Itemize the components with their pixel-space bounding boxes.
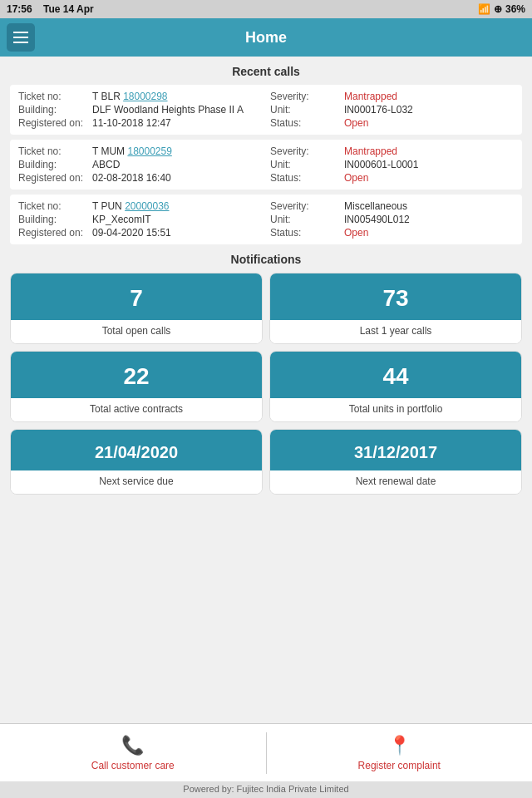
header: Home bbox=[0, 18, 532, 57]
unit-row-1: Unit: IN000176-L032 bbox=[270, 104, 514, 116]
ticket-no-value-2: T MUM 18000259 bbox=[92, 145, 172, 157]
powered-by: Powered by: Fujitec India Private Limite… bbox=[0, 781, 532, 798]
building-row-1: Building: DLF Woodland Heights Phase II … bbox=[18, 104, 262, 116]
page-title: Home bbox=[245, 29, 287, 47]
ticket-link-2[interactable]: 18000259 bbox=[127, 145, 171, 157]
notif-number-renewal: 31/12/2017 bbox=[270, 430, 521, 470]
notif-card-portfolio[interactable]: 44 Total units in portfolio bbox=[269, 351, 522, 422]
registered-value-2: 02-08-2018 16:40 bbox=[92, 172, 171, 184]
status-value-3: Open bbox=[344, 227, 368, 239]
ticket-no-row-1: Ticket no: T BLR 18000298 bbox=[18, 91, 262, 102]
complaint-label: Register complaint bbox=[358, 760, 441, 771]
notif-label-open-calls: Total open calls bbox=[11, 320, 262, 343]
severity-value-1: Mantrapped bbox=[344, 91, 397, 102]
call-customer-care-button[interactable]: 📞 Call customer care bbox=[0, 724, 266, 781]
status-time-date: 17:56 Tue 14 Apr bbox=[7, 3, 94, 15]
notif-number-portfolio: 44 bbox=[270, 352, 521, 398]
ticket-card-2: Ticket no: T MUM 18000259 Severity: Mant… bbox=[10, 140, 522, 190]
notif-number-open-calls: 7 bbox=[11, 273, 262, 320]
building-row-2: Building: ABCD bbox=[18, 159, 262, 170]
ticket-no-label-2: Ticket no: bbox=[18, 145, 89, 157]
wifi-icon: 📶 bbox=[478, 3, 490, 15]
notif-card-open-calls[interactable]: 7 Total open calls bbox=[10, 273, 263, 344]
main-content: Recent calls Ticket no: T BLR 18000298 S… bbox=[0, 57, 532, 740]
notif-label-portfolio: Total units in portfolio bbox=[270, 398, 521, 421]
ticket-link-1[interactable]: 18000298 bbox=[123, 91, 167, 102]
unit-label-2: Unit: bbox=[270, 159, 341, 170]
building-label-1: Building: bbox=[18, 104, 89, 116]
registered-label-1: Registered on: bbox=[18, 117, 89, 129]
pin-icon: 📍 bbox=[388, 735, 411, 756]
building-label-2: Building: bbox=[18, 159, 89, 170]
registered-row-2: Registered on: 02-08-2018 16:40 bbox=[18, 172, 262, 184]
status-value-2: Open bbox=[344, 172, 368, 184]
status-icons: 📶 ⊕ 36% bbox=[478, 3, 525, 15]
status-row-2: Status: Open bbox=[270, 172, 514, 184]
ticket-no-label-3: Ticket no: bbox=[18, 200, 89, 212]
notif-label-contracts: Total active contracts bbox=[11, 398, 262, 421]
building-value-1: DLF Woodland Heights Phase II A bbox=[92, 104, 244, 116]
severity-row-3: Severity: Miscellaneous bbox=[270, 200, 514, 212]
notif-number-year-calls: 73 bbox=[270, 273, 521, 320]
ticket-no-value-1: T BLR 18000298 bbox=[92, 91, 168, 102]
status-bar: 17:56 Tue 14 Apr 📶 ⊕ 36% bbox=[0, 0, 532, 18]
severity-row-1: Severity: Mantrapped bbox=[270, 91, 514, 102]
status-label-1: Status: bbox=[270, 117, 341, 129]
notif-card-renewal[interactable]: 31/12/2017 Next renewal date bbox=[269, 429, 522, 495]
unit-row-3: Unit: IN005490L012 bbox=[270, 214, 514, 225]
notifications-section: Notifications 7 Total open calls 73 Last… bbox=[10, 253, 522, 495]
ticket-no-value-3: T PUN 20000036 bbox=[92, 200, 170, 212]
notif-label-year-calls: Last 1 year calls bbox=[270, 320, 521, 343]
status-row-3: Status: Open bbox=[270, 227, 514, 239]
phone-icon: 📞 bbox=[121, 735, 144, 756]
building-value-3: KP_XecomIT bbox=[92, 214, 151, 225]
notif-number-contracts: 22 bbox=[11, 352, 262, 398]
ticket-card-3: Ticket no: T PUN 20000036 Severity: Misc… bbox=[10, 195, 522, 244]
severity-label-3: Severity: bbox=[270, 200, 341, 212]
ticket-no-row-3: Ticket no: T PUN 20000036 bbox=[18, 200, 262, 212]
ticket-card-1: Ticket no: T BLR 18000298 Severity: Mant… bbox=[10, 85, 522, 135]
recent-calls-section: Recent calls Ticket no: T BLR 18000298 S… bbox=[10, 65, 522, 244]
severity-value-3: Miscellaneous bbox=[344, 200, 407, 212]
footer: 📞 Call customer care 📍 Register complain… bbox=[0, 723, 532, 781]
call-label: Call customer care bbox=[91, 760, 175, 771]
unit-label-3: Unit: bbox=[270, 214, 341, 225]
notif-card-service-due[interactable]: 21/04/2020 Next service due bbox=[10, 429, 263, 495]
registered-row-3: Registered on: 09-04-2020 15:51 bbox=[18, 227, 262, 239]
registered-label-2: Registered on: bbox=[18, 172, 89, 184]
severity-label-1: Severity: bbox=[270, 91, 341, 102]
notif-label-renewal: Next renewal date bbox=[270, 470, 521, 494]
register-complaint-button[interactable]: 📍 Register complaint bbox=[267, 724, 533, 781]
unit-value-3: IN005490L012 bbox=[344, 214, 410, 225]
ticket-no-label-1: Ticket no: bbox=[18, 91, 89, 102]
status-date: Tue 14 Apr bbox=[43, 3, 94, 15]
registered-row-1: Registered on: 11-10-2018 12:47 bbox=[18, 117, 262, 129]
severity-row-2: Severity: Mantrapped bbox=[270, 145, 514, 157]
hamburger-icon bbox=[13, 37, 28, 38]
menu-button[interactable] bbox=[7, 23, 35, 52]
severity-value-2: Mantrapped bbox=[344, 145, 397, 157]
status-label-2: Status: bbox=[270, 172, 341, 184]
status-row-1: Status: Open bbox=[270, 117, 514, 129]
battery-label: 36% bbox=[505, 3, 525, 15]
building-value-2: ABCD bbox=[92, 159, 120, 170]
recent-calls-title: Recent calls bbox=[10, 65, 522, 78]
registered-label-3: Registered on: bbox=[18, 227, 89, 239]
ticket-link-3[interactable]: 20000036 bbox=[125, 200, 169, 212]
ticket-no-row-2: Ticket no: T MUM 18000259 bbox=[18, 145, 262, 157]
status-value-1: Open bbox=[344, 117, 368, 129]
notif-card-year-calls[interactable]: 73 Last 1 year calls bbox=[269, 273, 522, 344]
notif-number-service-due: 21/04/2020 bbox=[11, 430, 262, 470]
building-label-3: Building: bbox=[18, 214, 89, 225]
notifications-title: Notifications bbox=[10, 253, 522, 266]
unit-value-2: IN000601-L0001 bbox=[344, 159, 418, 170]
registered-value-3: 09-04-2020 15:51 bbox=[92, 227, 171, 239]
unit-row-2: Unit: IN000601-L0001 bbox=[270, 159, 514, 170]
severity-label-2: Severity: bbox=[270, 145, 341, 157]
signal-icon: ⊕ bbox=[494, 3, 502, 15]
notif-card-contracts[interactable]: 22 Total active contracts bbox=[10, 351, 263, 422]
status-label-3: Status: bbox=[270, 227, 341, 239]
notifications-grid: 7 Total open calls 73 Last 1 year calls … bbox=[10, 273, 522, 495]
building-row-3: Building: KP_XecomIT bbox=[18, 214, 262, 225]
notif-label-service-due: Next service due bbox=[11, 470, 262, 494]
